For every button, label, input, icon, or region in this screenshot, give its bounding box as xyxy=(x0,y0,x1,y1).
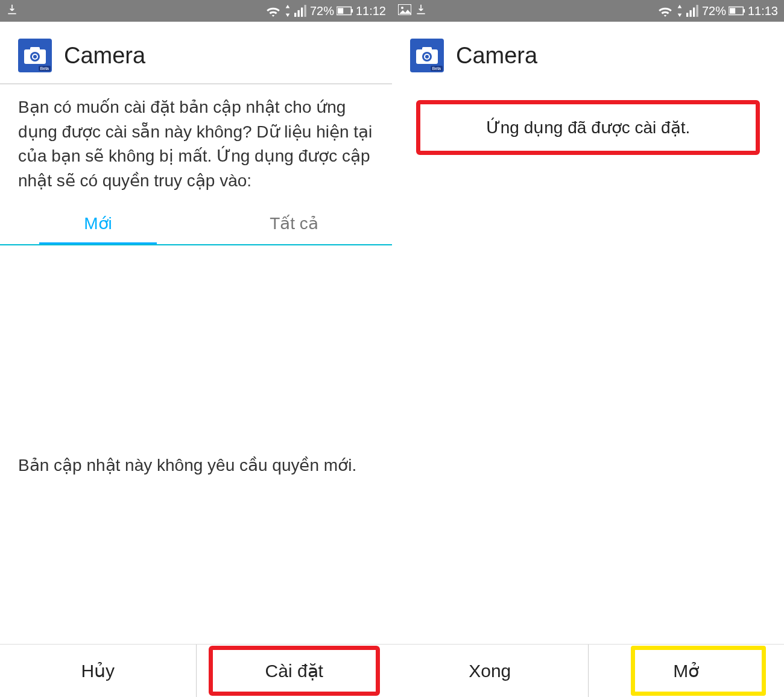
screen-install-prompt: 72% 11:12 Beta Camera Bạn có muốn cài đặ… xyxy=(0,0,392,697)
svg-rect-14 xyxy=(686,13,688,17)
bottom-bar: Hủy Cài đặt xyxy=(0,644,392,697)
beta-badge: Beta xyxy=(39,66,51,71)
svg-rect-2 xyxy=(301,8,303,17)
app-title: Camera xyxy=(64,43,145,69)
svg-rect-17 xyxy=(696,5,698,17)
bottom-bar: Xong Mở xyxy=(392,644,784,697)
open-button[interactable]: Mở xyxy=(589,645,785,697)
svg-rect-16 xyxy=(693,8,695,17)
empty-area xyxy=(392,172,784,644)
svg-rect-22 xyxy=(422,47,432,51)
download-icon xyxy=(415,4,427,19)
battery-percent: 72% xyxy=(310,4,334,18)
picture-icon xyxy=(398,4,411,18)
app-icon: Beta xyxy=(18,39,52,72)
clock: 11:13 xyxy=(748,4,778,18)
svg-point-13 xyxy=(401,7,403,9)
app-header: Beta Camera xyxy=(392,22,784,83)
battery-percent: 72% xyxy=(702,4,726,18)
app-icon: Beta xyxy=(410,39,444,72)
svg-rect-5 xyxy=(351,9,353,13)
tab-all[interactable]: Tất cả xyxy=(196,205,392,244)
svg-rect-8 xyxy=(30,47,40,51)
permission-tabs: Mới Tất cả xyxy=(0,205,392,245)
permissions-area: Bản cập nhật này không yêu cầu quyền mới… xyxy=(0,245,392,644)
no-new-permissions-text: Bản cập nhật này không yêu cầu quyền mới… xyxy=(18,455,374,475)
app-header: Beta Camera xyxy=(0,22,392,84)
signal-icon xyxy=(686,5,700,17)
download-icon xyxy=(6,4,18,19)
installed-message: Ứng dụng đã được cài đặt. xyxy=(416,100,760,155)
data-updown-icon xyxy=(675,5,684,17)
svg-rect-6 xyxy=(338,8,343,13)
install-button[interactable]: Cài đặt xyxy=(197,645,393,697)
wifi-icon xyxy=(657,5,673,17)
svg-rect-20 xyxy=(730,8,735,13)
status-bar: 72% 11:12 xyxy=(0,0,392,22)
cancel-button[interactable]: Hủy xyxy=(0,645,197,697)
wifi-icon xyxy=(265,5,281,17)
svg-rect-3 xyxy=(304,5,306,17)
battery-icon xyxy=(337,6,353,16)
battery-icon xyxy=(729,6,745,16)
app-title: Camera xyxy=(456,43,537,69)
svg-point-25 xyxy=(425,55,429,58)
clock: 11:12 xyxy=(356,4,386,18)
install-prompt-text: Bạn có muốn cài đặt bản cập nhật cho ứng… xyxy=(0,84,392,199)
svg-rect-1 xyxy=(297,10,299,17)
svg-rect-0 xyxy=(294,13,296,17)
done-button[interactable]: Xong xyxy=(392,645,589,697)
signal-icon xyxy=(294,5,308,17)
data-updown-icon xyxy=(283,5,292,17)
status-bar: 72% 11:13 xyxy=(392,0,784,22)
svg-point-11 xyxy=(33,55,37,58)
svg-rect-15 xyxy=(689,10,691,17)
screen-install-done: 72% 11:13 Beta Camera Ứng dụng đã được c… xyxy=(392,0,784,697)
beta-badge: Beta xyxy=(431,66,443,71)
svg-rect-19 xyxy=(743,9,745,13)
tab-new[interactable]: Mới xyxy=(0,205,196,244)
